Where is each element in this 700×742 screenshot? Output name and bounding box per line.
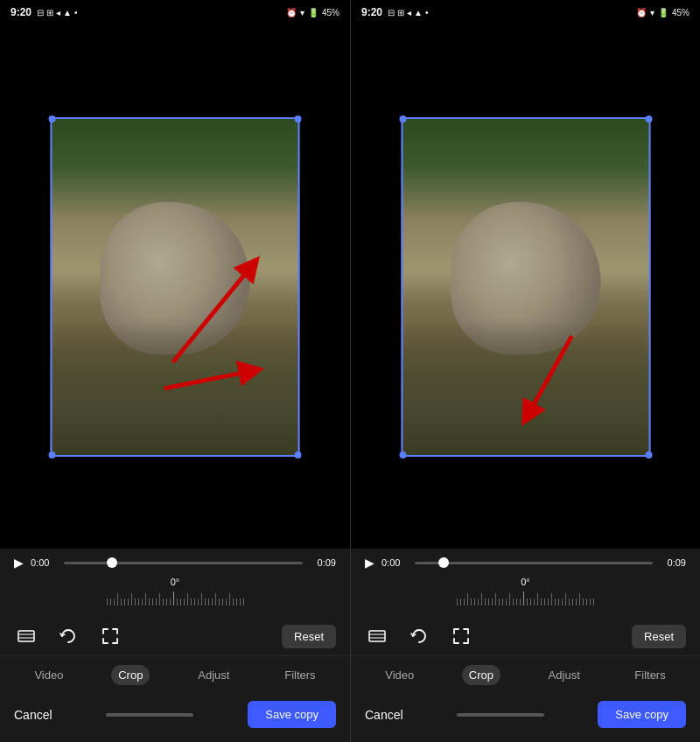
tick [128, 598, 129, 606]
cancel-button-right[interactable]: Cancel [365, 708, 403, 722]
tick [208, 598, 209, 606]
home-indicator-right [457, 713, 544, 717]
tick [569, 598, 570, 606]
timeline-thumb-right[interactable] [438, 557, 449, 568]
status-icons-right: ⊟ ⊞ ◂ ▲ • [388, 8, 428, 18]
tick [474, 598, 475, 606]
video-wrapper-right [401, 117, 650, 457]
ruler-ticks-right [457, 592, 594, 607]
tick [565, 593, 566, 606]
tick [537, 593, 538, 606]
time-start-left: 0:00 [31, 557, 57, 568]
rotation-row-right: 0° [365, 577, 686, 610]
signal-icon: ▲ [63, 8, 72, 18]
svg-line-1 [173, 266, 252, 362]
tick [506, 598, 507, 606]
status-left: 9:20 ⊟ ⊞ ◂ ▲ • [10, 6, 77, 18]
tick [534, 598, 535, 606]
controls-left: ▶ 0:00 0:09 0° [0, 549, 350, 617]
nav-video-left[interactable]: Video [27, 665, 70, 685]
tick [586, 598, 587, 606]
tool-icons-left [14, 624, 122, 648]
tick [149, 598, 150, 606]
save-button-left[interactable]: Save copy [248, 701, 336, 728]
tick [551, 593, 552, 606]
nav-icon: ◂ [56, 8, 60, 18]
tick-center [173, 592, 174, 606]
tick [576, 598, 577, 606]
tick [541, 598, 542, 606]
tick [467, 593, 468, 606]
tick [240, 598, 241, 606]
tick [180, 598, 181, 606]
nav-adjust-left[interactable]: Adjust [191, 665, 236, 685]
save-button-right[interactable]: Save copy [598, 701, 686, 728]
tick [499, 598, 500, 606]
tick [198, 598, 199, 606]
wifi-icon-r: ▾ [650, 8, 654, 18]
tick [226, 598, 227, 606]
playback-row-right: ▶ 0:00 0:09 [365, 556, 686, 570]
tick [177, 598, 178, 606]
reset-button-left[interactable]: Reset [282, 625, 336, 648]
dot-icon-r: • [425, 8, 429, 18]
nav-crop-right[interactable]: Crop [462, 665, 500, 685]
tick [114, 598, 115, 606]
tick [166, 598, 167, 606]
tick [548, 598, 549, 606]
rotate-icon-right[interactable] [407, 624, 431, 648]
tick [502, 598, 503, 606]
tick [579, 593, 580, 606]
rotate-icon-left[interactable] [56, 624, 80, 648]
nav-filters-right[interactable]: Filters [627, 665, 672, 685]
tick [201, 593, 202, 606]
nav-crop-left[interactable]: Crop [111, 665, 150, 685]
tick [187, 593, 188, 606]
tool-row-left: Reset [0, 617, 350, 655]
tick [481, 593, 482, 606]
bottom-nav-right: Video Crop Adjust Filters [351, 655, 700, 692]
svg-rect-4 [18, 631, 34, 641]
time-left: 9:20 [10, 6, 32, 18]
play-button-right[interactable]: ▶ [365, 556, 374, 570]
tick [163, 598, 164, 606]
tick [110, 598, 111, 606]
dark-top-right [351, 24, 700, 60]
nav-adjust-right[interactable]: Adjust [542, 665, 587, 685]
nav-video-right[interactable]: Video [378, 665, 421, 685]
tick [215, 593, 216, 606]
expand-icon-left[interactable] [98, 624, 122, 648]
timeline-left[interactable] [64, 562, 303, 564]
aspect-ratio-icon-left[interactable] [14, 624, 38, 648]
tick [527, 598, 528, 606]
status-bar-left: 9:20 ⊟ ⊞ ◂ ▲ • ⏰ ▾ 🔋 45% [0, 0, 350, 24]
tick [520, 598, 521, 606]
tick [513, 598, 514, 606]
timeline-thumb-left[interactable] [107, 557, 117, 568]
arrows-svg-left [51, 117, 300, 457]
home-indicator-left [106, 713, 193, 717]
arrows-svg-right [401, 117, 650, 457]
tick [471, 598, 472, 606]
playback-row-left: ▶ 0:00 0:09 [14, 556, 336, 570]
tick [236, 598, 237, 606]
tick [509, 593, 510, 606]
time-start-right: 0:00 [382, 557, 408, 568]
rotation-ruler-left[interactable] [14, 589, 336, 610]
cancel-button-left[interactable]: Cancel [14, 708, 52, 722]
timeline-right[interactable] [415, 562, 653, 564]
status-right-right: ⏰ ▾ 🔋 45% [636, 8, 690, 18]
tool-icons-right [365, 624, 473, 648]
tick [464, 598, 465, 606]
tick [124, 598, 125, 606]
rotation-ruler-right[interactable] [365, 589, 686, 610]
tick [593, 598, 594, 606]
play-button-left[interactable]: ▶ [14, 556, 24, 570]
tick [485, 598, 486, 606]
tick [492, 598, 493, 606]
expand-icon-right[interactable] [449, 624, 473, 648]
reset-button-right[interactable]: Reset [632, 625, 686, 648]
tick [131, 593, 132, 606]
nav-filters-left[interactable]: Filters [277, 665, 322, 685]
aspect-ratio-icon-right[interactable] [365, 624, 389, 648]
